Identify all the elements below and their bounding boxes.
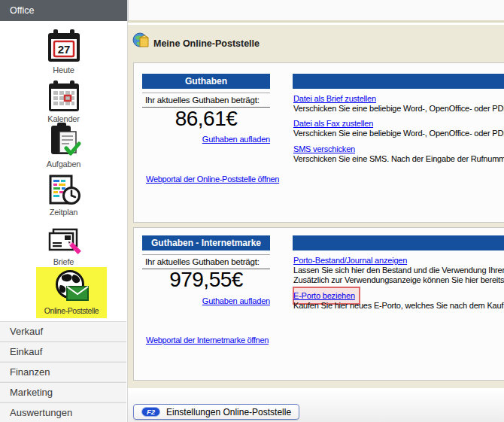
porto-bestand-journal-link[interactable]: Porto-Bestand/Journal anzeigen [293, 256, 407, 265]
sidebar-item-label: Heute [0, 65, 127, 74]
panel-internetmarke-header: Guthaben - Internetmarke [142, 235, 270, 250]
sidebar-section-marketing[interactable]: Marketing [0, 382, 126, 402]
guthaben-aufladen-link[interactable]: Guthaben aufladen [142, 135, 270, 144]
eporto-beziehen-link[interactable]: E-Porto beziehen [293, 291, 355, 300]
panel-guthaben-header: Guthaben [142, 74, 270, 89]
balance-label: Ihr aktuelles Guthaben beträgt: [142, 254, 270, 269]
panel-actions-header-bar [293, 74, 504, 89]
datei-als-fax-link[interactable]: Datei als Fax zustellen [293, 119, 373, 128]
sidebar-section-finanzen[interactable]: Finanzen [0, 362, 126, 382]
sidebar: Office 27 Heute [0, 0, 128, 422]
sidebar-item-label: Zeitplan [0, 208, 127, 217]
sidebar-item-label: Online-Poststelle [36, 306, 107, 315]
sidebar-item-kalender[interactable]: Kalender [0, 80, 127, 123]
webportal-poststelle-link[interactable]: Webportal der Online-Poststelle öffnen [146, 175, 279, 184]
sidebar-section-einkauf[interactable]: Einkauf [0, 342, 126, 362]
page-title: Meine Online-Poststelle [153, 38, 260, 49]
letters-pencil-icon [45, 226, 83, 256]
action-description: Verschicken Sie eine beliebige Word-, Op… [293, 104, 504, 113]
app-window: Office 27 Heute [0, 0, 504, 422]
sidebar-section-verkauf[interactable]: Verkauf [0, 321, 126, 342]
action-description: Lassen Sie sich hier den Bestand und die… [293, 266, 504, 275]
einstellungen-button-label: Einstellungen Online-Poststelle [166, 407, 291, 417]
sidebar-item-label: Aufgaben [0, 159, 127, 168]
panel-internetmarke: Guthaben - Internetmarke Ihr aktuelles G… [133, 227, 504, 381]
globe-mail-icon [52, 269, 91, 303]
sms-verschicken-link[interactable]: SMS verschicken [293, 144, 355, 153]
datei-als-brief-link[interactable]: Datei als Brief zustellen [293, 94, 376, 103]
sidebar-item-briefe[interactable]: Briefe [0, 226, 127, 266]
schedule-clock-icon [47, 175, 81, 206]
einstellungen-button[interactable]: F2 Einstellungen Online-Poststelle [133, 404, 299, 420]
sidebar-item-zeitplan[interactable]: Zeitplan [0, 175, 127, 217]
bottom-bar: F2 Einstellungen Online-Poststelle [128, 388, 504, 422]
sidebar-item-label: Briefe [0, 257, 127, 266]
panel-guthaben: Guthaben Ihr aktuelles Guthaben beträgt:… [133, 62, 504, 223]
balance-label: Ihr aktuelles Guthaben beträgt: [142, 93, 270, 108]
action-description: Verschicken Sie eine beliebige Word-, Op… [293, 129, 504, 138]
f2-key-badge: F2 [141, 407, 160, 417]
sidebar-item-heute[interactable]: 27 Heute [0, 29, 127, 74]
webportal-internetmarke-link[interactable]: Webportal der Internetmarke öffnen [146, 335, 269, 345]
calendar-month-icon [47, 80, 81, 113]
globe-folder-icon [132, 32, 150, 49]
action-description: Verschicken Sie eine SMS. Nach der Einga… [293, 154, 504, 163]
sidebar-header-office[interactable]: Office [0, 0, 127, 21]
action-description: Kaufen Sie hier neues E-Porto, welches S… [293, 301, 504, 310]
sidebar-item-online-poststelle[interactable]: Online-Poststelle [36, 267, 107, 318]
tasks-checklist-icon [47, 122, 81, 158]
top-strip [128, 0, 504, 23]
calendar-day-icon: 27 [46, 29, 82, 64]
sidebar-section-auswertungen[interactable]: Auswertungen [0, 402, 126, 422]
balance-amount: 86,61€ [142, 107, 270, 131]
guthaben-aufladen-link[interactable]: Guthaben aufladen [142, 296, 270, 305]
action-description: Zusätzlich zur Verwendungsanzeige können… [293, 275, 504, 284]
sidebar-item-aufgaben[interactable]: Aufgaben [0, 122, 127, 168]
main-area: Meine Online-Poststelle Guthaben Ihr akt… [128, 0, 504, 422]
panel-actions-header-bar [293, 235, 504, 250]
svg-text:27: 27 [57, 43, 70, 56]
balance-amount: 979,55€ [142, 268, 270, 292]
